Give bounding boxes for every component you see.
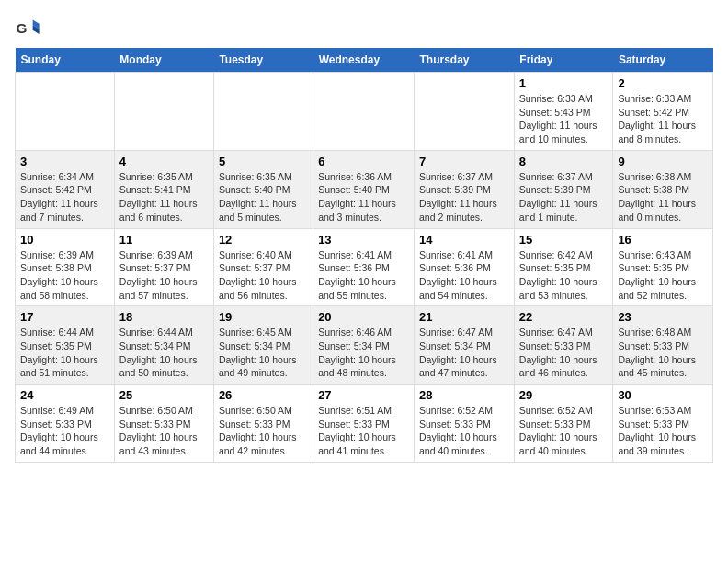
day-detail: Sunrise: 6:50 AMSunset: 5:33 PMDaylight:… bbox=[119, 404, 209, 458]
day-detail: Sunrise: 6:46 AMSunset: 5:34 PMDaylight:… bbox=[318, 326, 409, 380]
calendar-cell: 20Sunrise: 6:46 AMSunset: 5:34 PMDayligh… bbox=[313, 306, 415, 385]
logo: G bbox=[15, 15, 44, 40]
calendar-cell: 8Sunrise: 6:37 AMSunset: 5:39 PMDaylight… bbox=[514, 150, 613, 228]
day-detail: Sunrise: 6:49 AMSunset: 5:33 PMDaylight:… bbox=[20, 404, 109, 458]
day-detail: Sunrise: 6:35 AMSunset: 5:40 PMDaylight:… bbox=[219, 170, 308, 224]
day-number: 6 bbox=[318, 155, 409, 168]
calendar-cell: 4Sunrise: 6:35 AMSunset: 5:41 PMDaylight… bbox=[114, 150, 213, 228]
calendar-cell: 13Sunrise: 6:41 AMSunset: 5:36 PMDayligh… bbox=[313, 228, 415, 306]
calendar-cell: 21Sunrise: 6:47 AMSunset: 5:34 PMDayligh… bbox=[415, 306, 515, 385]
calendar-cell: 16Sunrise: 6:43 AMSunset: 5:35 PMDayligh… bbox=[613, 228, 713, 306]
day-detail: Sunrise: 6:37 AMSunset: 5:39 PMDaylight:… bbox=[519, 170, 609, 224]
day-number: 10 bbox=[20, 233, 109, 247]
header-day-wednesday: Wednesday bbox=[313, 48, 415, 73]
day-number: 29 bbox=[519, 388, 609, 402]
week-row-4: 17Sunrise: 6:44 AMSunset: 5:35 PMDayligh… bbox=[16, 306, 713, 385]
day-detail: Sunrise: 6:41 AMSunset: 5:36 PMDaylight:… bbox=[419, 248, 509, 303]
header: G bbox=[15, 15, 713, 40]
day-detail: Sunrise: 6:48 AMSunset: 5:33 PMDaylight:… bbox=[618, 326, 708, 380]
calendar-cell: 6Sunrise: 6:36 AMSunset: 5:40 PMDaylight… bbox=[313, 150, 415, 228]
day-number: 28 bbox=[419, 388, 509, 402]
day-number: 26 bbox=[219, 388, 308, 402]
day-number: 8 bbox=[519, 155, 609, 168]
day-detail: Sunrise: 6:52 AMSunset: 5:33 PMDaylight:… bbox=[519, 404, 609, 458]
day-detail: Sunrise: 6:33 AMSunset: 5:43 PMDaylight:… bbox=[519, 92, 609, 146]
calendar-cell: 25Sunrise: 6:50 AMSunset: 5:33 PMDayligh… bbox=[114, 385, 213, 463]
day-detail: Sunrise: 6:34 AMSunset: 5:42 PMDaylight:… bbox=[20, 170, 109, 224]
day-number: 27 bbox=[318, 388, 409, 402]
day-number: 5 bbox=[219, 155, 308, 168]
calendar-cell: 3Sunrise: 6:34 AMSunset: 5:42 PMDaylight… bbox=[16, 150, 115, 228]
day-detail: Sunrise: 6:50 AMSunset: 5:33 PMDaylight:… bbox=[219, 404, 308, 458]
day-detail: Sunrise: 6:36 AMSunset: 5:40 PMDaylight:… bbox=[318, 170, 409, 224]
logo-icon: G bbox=[15, 15, 40, 40]
calendar-cell: 28Sunrise: 6:52 AMSunset: 5:33 PMDayligh… bbox=[415, 385, 515, 463]
day-number: 19 bbox=[219, 310, 308, 324]
header-day-friday: Friday bbox=[514, 48, 613, 73]
header-day-thursday: Thursday bbox=[415, 48, 515, 73]
calendar-cell: 26Sunrise: 6:50 AMSunset: 5:33 PMDayligh… bbox=[213, 385, 313, 463]
calendar-cell: 15Sunrise: 6:42 AMSunset: 5:35 PMDayligh… bbox=[514, 228, 613, 306]
day-number: 2 bbox=[618, 76, 708, 90]
calendar-cell: 12Sunrise: 6:40 AMSunset: 5:37 PMDayligh… bbox=[213, 228, 313, 306]
day-number: 18 bbox=[119, 310, 209, 324]
day-detail: Sunrise: 6:43 AMSunset: 5:35 PMDaylight:… bbox=[618, 248, 708, 303]
day-number: 3 bbox=[20, 155, 109, 168]
calendar-cell bbox=[415, 73, 515, 151]
day-detail: Sunrise: 6:51 AMSunset: 5:33 PMDaylight:… bbox=[318, 404, 409, 458]
day-number: 25 bbox=[119, 388, 209, 402]
calendar-cell: 18Sunrise: 6:44 AMSunset: 5:34 PMDayligh… bbox=[114, 306, 213, 385]
calendar-cell: 5Sunrise: 6:35 AMSunset: 5:40 PMDaylight… bbox=[213, 150, 313, 228]
day-number: 4 bbox=[119, 155, 209, 168]
day-number: 30 bbox=[618, 388, 708, 402]
calendar-cell: 11Sunrise: 6:39 AMSunset: 5:37 PMDayligh… bbox=[114, 228, 213, 306]
calendar-cell: 2Sunrise: 6:33 AMSunset: 5:42 PMDaylight… bbox=[613, 73, 713, 151]
day-number: 12 bbox=[219, 233, 308, 247]
day-number: 24 bbox=[20, 388, 109, 402]
calendar-cell bbox=[16, 73, 115, 151]
day-number: 17 bbox=[20, 310, 109, 324]
calendar-cell bbox=[313, 73, 415, 151]
day-detail: Sunrise: 6:45 AMSunset: 5:34 PMDaylight:… bbox=[219, 326, 308, 380]
calendar-cell: 14Sunrise: 6:41 AMSunset: 5:36 PMDayligh… bbox=[415, 228, 515, 306]
calendar-table: SundayMondayTuesdayWednesdayThursdayFrid… bbox=[15, 48, 713, 463]
calendar-cell: 22Sunrise: 6:47 AMSunset: 5:33 PMDayligh… bbox=[514, 306, 613, 385]
day-number: 22 bbox=[519, 310, 609, 324]
day-number: 16 bbox=[618, 233, 708, 247]
week-row-1: 1Sunrise: 6:33 AMSunset: 5:43 PMDaylight… bbox=[16, 73, 713, 151]
day-detail: Sunrise: 6:52 AMSunset: 5:33 PMDaylight:… bbox=[419, 404, 509, 458]
calendar-cell: 30Sunrise: 6:53 AMSunset: 5:33 PMDayligh… bbox=[613, 385, 713, 463]
calendar-cell: 17Sunrise: 6:44 AMSunset: 5:35 PMDayligh… bbox=[16, 306, 115, 385]
day-detail: Sunrise: 6:44 AMSunset: 5:34 PMDaylight:… bbox=[119, 326, 209, 380]
day-detail: Sunrise: 6:41 AMSunset: 5:36 PMDaylight:… bbox=[318, 248, 409, 303]
calendar-cell: 19Sunrise: 6:45 AMSunset: 5:34 PMDayligh… bbox=[213, 306, 313, 385]
week-row-5: 24Sunrise: 6:49 AMSunset: 5:33 PMDayligh… bbox=[16, 385, 713, 463]
day-number: 13 bbox=[318, 233, 409, 247]
day-number: 23 bbox=[618, 310, 708, 324]
calendar-cell: 24Sunrise: 6:49 AMSunset: 5:33 PMDayligh… bbox=[16, 385, 115, 463]
day-number: 7 bbox=[419, 155, 509, 168]
day-detail: Sunrise: 6:37 AMSunset: 5:39 PMDaylight:… bbox=[419, 170, 509, 224]
calendar-cell bbox=[114, 73, 213, 151]
day-number: 21 bbox=[419, 310, 509, 324]
day-detail: Sunrise: 6:39 AMSunset: 5:38 PMDaylight:… bbox=[20, 248, 109, 303]
header-day-monday: Monday bbox=[114, 48, 213, 73]
calendar-cell: 29Sunrise: 6:52 AMSunset: 5:33 PMDayligh… bbox=[514, 385, 613, 463]
day-number: 20 bbox=[318, 310, 409, 324]
day-detail: Sunrise: 6:40 AMSunset: 5:37 PMDaylight:… bbox=[219, 248, 308, 303]
header-row: SundayMondayTuesdayWednesdayThursdayFrid… bbox=[16, 48, 713, 73]
day-number: 1 bbox=[519, 76, 609, 90]
calendar-cell: 27Sunrise: 6:51 AMSunset: 5:33 PMDayligh… bbox=[313, 385, 415, 463]
day-number: 15 bbox=[519, 233, 609, 247]
day-detail: Sunrise: 6:42 AMSunset: 5:35 PMDaylight:… bbox=[519, 248, 609, 303]
day-number: 11 bbox=[119, 233, 209, 247]
day-number: 9 bbox=[618, 155, 708, 168]
day-detail: Sunrise: 6:39 AMSunset: 5:37 PMDaylight:… bbox=[119, 248, 209, 303]
day-detail: Sunrise: 6:44 AMSunset: 5:35 PMDaylight:… bbox=[20, 326, 109, 380]
calendar-header: SundayMondayTuesdayWednesdayThursdayFrid… bbox=[16, 48, 713, 73]
svg-text:G: G bbox=[16, 20, 27, 36]
day-detail: Sunrise: 6:47 AMSunset: 5:34 PMDaylight:… bbox=[419, 326, 509, 380]
calendar-body: 1Sunrise: 6:33 AMSunset: 5:43 PMDaylight… bbox=[16, 73, 713, 463]
calendar-cell: 23Sunrise: 6:48 AMSunset: 5:33 PMDayligh… bbox=[613, 306, 713, 385]
day-detail: Sunrise: 6:47 AMSunset: 5:33 PMDaylight:… bbox=[519, 326, 609, 380]
